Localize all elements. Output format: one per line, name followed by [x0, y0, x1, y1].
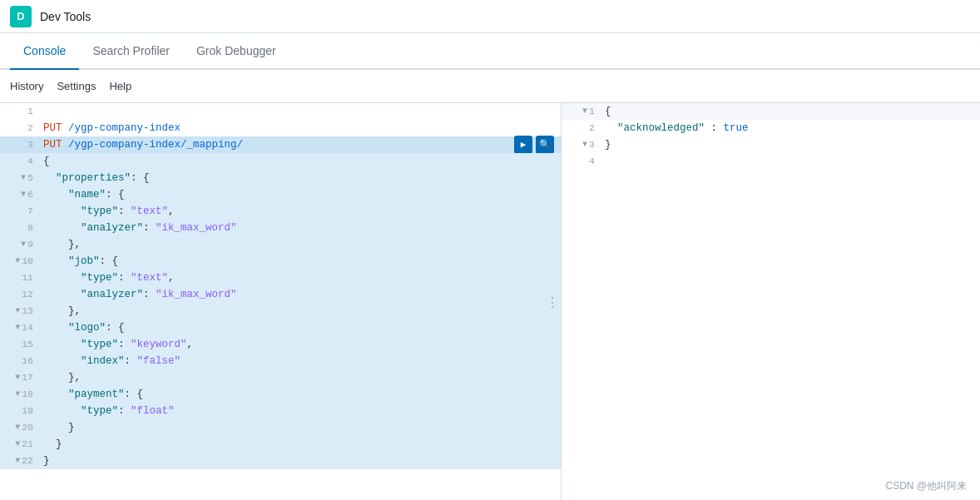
output-line-number: ▼ 1 — [562, 103, 601, 120]
fold-arrow[interactable]: ▼ — [15, 319, 20, 336]
fold-arrow[interactable]: ▼ — [582, 103, 587, 120]
main-content: 1 2 PUT /ygp-company-index 3 PUT /ygp-co… — [0, 103, 980, 500]
line-number: 19 — [0, 403, 40, 419]
output-row: ▼ 3 } — [562, 136, 980, 153]
line-number: 7 — [0, 203, 40, 220]
run-button[interactable]: ▶ — [514, 136, 532, 154]
fold-arrow[interactable]: ▼ — [15, 436, 20, 453]
table-row: ▼ 9 }, — [0, 236, 561, 253]
editor-panel: 1 2 PUT /ygp-company-index 3 PUT /ygp-co… — [0, 103, 562, 500]
line-number: ▼ 17 — [0, 369, 40, 386]
table-row: 11 "type": "text", — [0, 270, 561, 286]
table-row: ▼ 14 "logo": { — [0, 319, 561, 336]
table-row: 2 PUT /ygp-company-index — [0, 120, 561, 136]
line-number: ▼ 18 — [0, 386, 40, 403]
app-title: Dev Tools — [40, 10, 91, 23]
line-number: 8 — [0, 220, 40, 236]
table-row: 19 "type": "float" — [0, 403, 561, 419]
table-row: ▼ 20 } — [0, 419, 561, 436]
output-line-number: 2 — [562, 120, 601, 136]
line-number: 16 — [0, 353, 40, 369]
output-line-number: ▼ 3 — [562, 136, 601, 153]
line-number: 11 — [0, 270, 40, 286]
table-row: ▼ 6 "name": { — [0, 186, 561, 203]
line-number: 4 — [0, 153, 40, 170]
tab-bar: Console Search Profiler Grok Debugger — [0, 33, 980, 70]
line-number: 2 — [0, 120, 40, 136]
table-row: ▼ 18 "payment": { — [0, 386, 561, 403]
table-row: 7 "type": "text", — [0, 203, 561, 220]
table-row: 12 "analyzer": "ik_max_word" — [0, 286, 561, 303]
fold-arrow[interactable]: ▼ — [21, 170, 26, 186]
fold-arrow[interactable]: ▼ — [15, 369, 20, 386]
output-line-number: 4 — [562, 153, 601, 170]
fold-arrow[interactable]: ▼ — [582, 136, 587, 153]
top-bar: D Dev Tools — [0, 0, 980, 33]
line-number: 12 — [0, 286, 40, 303]
table-row: ▼ 5 "properties": { — [0, 170, 561, 186]
table-row: 8 "analyzer": "ik_max_word" — [0, 220, 561, 236]
fold-arrow[interactable]: ▼ — [15, 419, 20, 436]
line-number: ▼ 6 — [0, 186, 40, 203]
line-number: 15 — [0, 336, 40, 353]
fold-arrow[interactable]: ▼ — [21, 236, 26, 253]
table-row: ▼ 22 } — [0, 453, 561, 469]
fold-arrow[interactable]: ▼ — [15, 386, 20, 403]
line-actions: ▶ 🔍 — [514, 136, 554, 154]
app-icon: D — [10, 6, 32, 27]
table-row: 1 — [0, 103, 561, 120]
line-number: ▼ 20 — [0, 419, 40, 436]
line-number: ▼ 14 — [0, 319, 40, 336]
line-number: 1 — [0, 103, 40, 120]
table-row: 3 PUT /ygp-company-index/_mapping/ ▶ 🔍 — [0, 136, 561, 153]
line-number: ▼ 5 — [0, 170, 40, 186]
line-number: ▼ 13 — [0, 303, 40, 319]
table-row: 16 "index": "false" — [0, 353, 561, 369]
line-number: ▼ 21 — [0, 436, 40, 453]
editor-content[interactable]: 1 2 PUT /ygp-company-index 3 PUT /ygp-co… — [0, 103, 561, 500]
table-row: ▼ 10 "job": { — [0, 253, 561, 270]
history-button[interactable]: History — [10, 80, 43, 92]
watermark: CSDN @他叫阿来 — [885, 479, 967, 493]
fold-arrow[interactable]: ▼ — [15, 453, 20, 469]
fold-arrow[interactable]: ▼ — [15, 303, 20, 319]
inspect-button[interactable]: 🔍 — [536, 136, 554, 154]
line-number: ▼ 22 — [0, 453, 40, 469]
output-row: 4 — [562, 153, 980, 170]
settings-button[interactable]: Settings — [57, 80, 96, 92]
line-number: 3 — [0, 136, 40, 153]
output-panel: ▼ 1 { 2 "acknowledged" : true ▼ 3 } 4 — [562, 103, 980, 500]
table-row: 15 "type": "keyword", — [0, 336, 561, 353]
line-number: ▼ 9 — [0, 236, 40, 253]
table-row: ▼ 13 }, — [0, 303, 561, 319]
output-row: ▼ 1 { — [562, 103, 980, 120]
fold-arrow[interactable]: ▼ — [15, 253, 20, 270]
table-row: ▼ 17 }, — [0, 369, 561, 386]
table-row: ▼ 21 } — [0, 436, 561, 453]
table-row: 4 { — [0, 153, 561, 170]
line-number: ▼ 10 — [0, 253, 40, 270]
tab-grok-debugger[interactable]: Grok Debugger — [183, 33, 290, 70]
resize-handle[interactable]: ⋮ — [544, 287, 561, 316]
output-row: 2 "acknowledged" : true — [562, 120, 980, 136]
toolbar: History Settings Help — [0, 70, 980, 103]
help-button[interactable]: Help — [109, 80, 131, 92]
fold-arrow[interactable]: ▼ — [21, 186, 26, 203]
tab-console[interactable]: Console — [10, 33, 79, 70]
tab-search-profiler[interactable]: Search Profiler — [79, 33, 183, 70]
